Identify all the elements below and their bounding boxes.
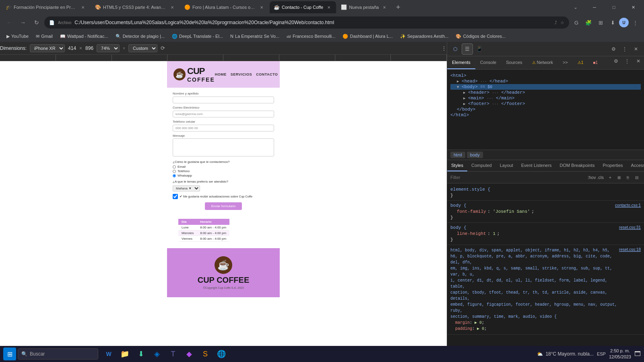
tab-search-button[interactable]: ⌄	[570, 2, 581, 13]
add-style-button[interactable]: +	[606, 173, 614, 181]
css-link-reset-18[interactable]: reset.css:18	[619, 247, 641, 252]
menu-button[interactable]: ⋮	[630, 17, 641, 28]
tree-body[interactable]: ▼ <body> == $0	[450, 84, 641, 90]
back-button[interactable]: ←	[3, 16, 15, 29]
submit-button[interactable]: Enviar formulario	[205, 202, 242, 210]
radio-telefono-input[interactable]	[173, 170, 176, 173]
history-button[interactable]: ⊞	[595, 17, 606, 28]
inspect-element-button[interactable]: ⬡	[450, 44, 460, 54]
properties-tab[interactable]: Properties	[599, 160, 627, 171]
tab-2[interactable]: 🎨 HTML5 y CSS3 parte 4: Avanzan... ✕	[91, 1, 180, 13]
maximize-button[interactable]: □	[605, 0, 623, 14]
start-button[interactable]: ⊞	[3, 348, 16, 360]
bookmark-separadores[interactable]: ✨ Separadores Aesth...	[397, 32, 452, 41]
more-devtools-icon[interactable]: ⋮	[620, 44, 630, 54]
downloads-button[interactable]: ⬇	[607, 17, 618, 28]
more-filter-button[interactable]: ⊟	[633, 173, 641, 181]
taskbar-sublime-icon[interactable]: S	[198, 347, 213, 361]
newsletter-checkbox[interactable]	[173, 194, 178, 199]
extensions-button[interactable]: 🧩	[583, 17, 594, 28]
newsletter-checkbox-label[interactable]: ✔ Me gustaría recibir actualizaciones so…	[173, 194, 274, 199]
name-input[interactable]	[173, 97, 274, 103]
devtools-settings-btn[interactable]: ⚙	[611, 56, 621, 66]
computed-tab[interactable]: Computed	[467, 160, 496, 171]
radio-email-input[interactable]	[173, 165, 176, 169]
taskbar-teams-icon[interactable]: T	[166, 347, 180, 361]
notification-icon[interactable]: 🗖	[634, 350, 641, 358]
more-options-icon[interactable]: ⋮	[441, 45, 447, 51]
radio-email[interactable]: Email	[173, 165, 274, 169]
tab-3-close[interactable]: ✕	[258, 4, 265, 10]
sources-tab[interactable]: Sources	[501, 56, 527, 69]
mode-select[interactable]: Custom	[128, 44, 157, 52]
bookmark-alura[interactable]: 🟠 Dashboard | Alura L...	[339, 32, 396, 41]
message-textarea[interactable]	[173, 138, 274, 156]
bookmark-bernoulli[interactable]: 🏎 Francesco Bernoulli...	[283, 32, 339, 41]
devtools-more-btn[interactable]: ⋮	[622, 56, 632, 66]
rotate-icon[interactable]: ⟳	[161, 45, 165, 51]
css-link-contacto[interactable]: contacto.css:1	[615, 203, 641, 208]
accessibility-tab[interactable]: Accessibility	[627, 160, 644, 171]
settings-icon[interactable]: ⚙	[609, 44, 618, 54]
nav-servicios[interactable]: SERVICIOS	[231, 72, 252, 76]
device-panel-icon[interactable]: 📱	[474, 43, 485, 55]
new-tab-button[interactable]: +	[392, 2, 404, 13]
bookmark-wattpad[interactable]: 📖 Wattpad - Notificac...	[57, 32, 111, 41]
close-devtools-button[interactable]: ✕	[631, 44, 641, 54]
css-link-reset-31[interactable]: reset.css:31	[619, 225, 641, 230]
forward-button[interactable]: →	[17, 16, 29, 29]
bookmark-deepl[interactable]: 🌐 DeepL Translate - El...	[169, 32, 226, 41]
devtools-close-btn[interactable]: ✕	[634, 56, 643, 66]
radio-whatsapp[interactable]: Whatsapp	[173, 174, 274, 177]
tab-1-close[interactable]: ✕	[80, 4, 86, 10]
breadcrumb-html[interactable]: html	[450, 152, 465, 158]
breadcrumb-body[interactable]: body	[467, 152, 483, 158]
radio-telefono[interactable]: Teléfono	[173, 169, 274, 173]
pseudo-filter[interactable]: :hov .cls	[588, 175, 604, 180]
minimize-button[interactable]: ─	[585, 0, 604, 14]
bookmark-emperatriz[interactable]: N La Emperatriz Se Vo...	[227, 32, 283, 41]
bookmark-gmail[interactable]: ✉ Gmail	[33, 32, 56, 41]
radio-whatsapp-input[interactable]	[173, 174, 176, 177]
profile-button[interactable]: U	[619, 18, 629, 27]
phone-input[interactable]	[173, 125, 274, 132]
reload-button[interactable]: ↻	[31, 16, 43, 29]
tab-5[interactable]: ⬜ Nueva pestaña ✕	[337, 1, 392, 13]
console-tab[interactable]: Console	[475, 56, 501, 69]
tab-2-close[interactable]: ✕	[169, 4, 175, 10]
extension-1-button[interactable]: G	[571, 17, 582, 28]
bookmark-youtube[interactable]: ▶ YouTube	[3, 32, 32, 41]
elements-panel-icon[interactable]: ☰	[462, 43, 473, 55]
taskbar-folder-icon[interactable]: 📁	[118, 347, 132, 361]
taskbar-vscode-icon[interactable]: ◈	[150, 347, 164, 361]
zoom-select[interactable]: 74%	[97, 44, 120, 52]
event-listeners-tab[interactable]: Event Listeners	[517, 160, 556, 171]
taskbar-download-icon[interactable]: ⬇	[134, 347, 148, 361]
tab-4[interactable]: ☕ Contacto - Cup Coffe ✕	[270, 1, 336, 13]
copy-button[interactable]: ⎘	[624, 173, 632, 181]
taskbar-word-icon[interactable]: W	[101, 347, 116, 361]
elements-tab[interactable]: Elements	[447, 56, 475, 69]
taskbar-search[interactable]: 🔍 Buscar	[18, 348, 98, 360]
tab-1[interactable]: 🎓 Formación Principiante en Progr... ✕	[2, 1, 90, 13]
dom-breakpoints-tab[interactable]: DOM Breakpoints	[556, 160, 599, 171]
tab-5-close[interactable]: ✕	[381, 4, 388, 10]
nav-home[interactable]: HOME	[215, 72, 227, 76]
taskbar-vsstudio-icon[interactable]: ◆	[182, 347, 196, 361]
bookmark-colores[interactable]: 🎨 Códigos de Colores...	[452, 32, 509, 41]
tab-3[interactable]: 🟠 Foro | Alura Latam - Cursos onli... ✕	[180, 1, 269, 13]
email-input[interactable]	[173, 111, 274, 117]
address-bar[interactable]: 📄 Archivo C:/Users/user/Documents/Luna%2…	[44, 16, 569, 29]
filter-input[interactable]	[450, 175, 585, 180]
layout-tab[interactable]: Layout	[496, 160, 517, 171]
more-tabs-button[interactable]: >>	[558, 56, 573, 69]
bookmark-plagio[interactable]: 🔍 Detector de plagio |...	[112, 32, 168, 41]
network-tab[interactable]: ⚠ Network	[527, 56, 558, 69]
device-select[interactable]: iPhone XR	[30, 44, 65, 52]
taskbar-chrome-icon[interactable]: 🌐	[214, 347, 229, 361]
tab-4-close[interactable]: ✕	[326, 4, 332, 10]
close-button[interactable]: ✕	[624, 0, 642, 14]
format-button[interactable]: ⊞	[615, 173, 623, 181]
nav-contacto[interactable]: CONTACTO	[256, 72, 278, 76]
styles-tab[interactable]: Styles	[447, 160, 467, 171]
